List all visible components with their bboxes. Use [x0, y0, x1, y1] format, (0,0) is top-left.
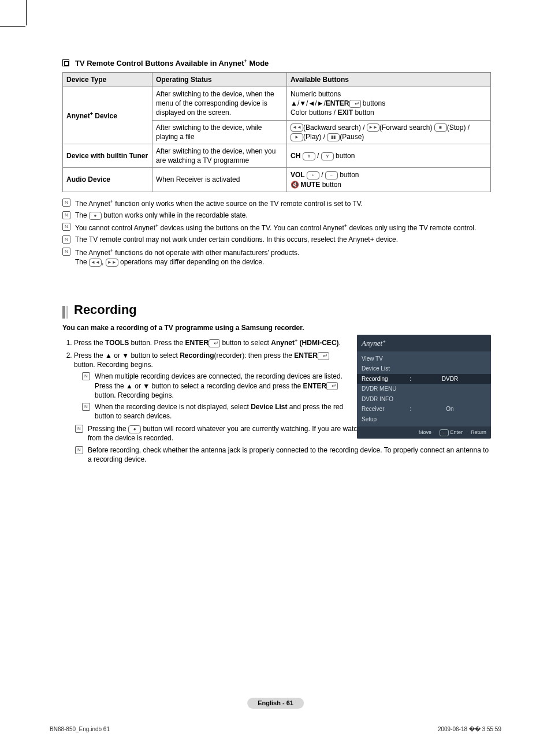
- note-item: N You cannot control Anynet+ devices usi…: [62, 222, 491, 233]
- steps: Press the TOOLS button. Press the ENTER …: [62, 337, 351, 421]
- note-text: The ● button works only while in the rec…: [75, 211, 491, 220]
- footer-left: BN68-850_Eng.indb 61: [50, 725, 110, 733]
- step-2: Press the ▲ or ▼ button to select Record…: [74, 351, 351, 421]
- txt: operations may differ depending on the d…: [118, 258, 265, 266]
- txt: 61: [286, 699, 293, 706]
- txt: Device: [93, 112, 117, 120]
- txt: ENTER: [303, 382, 327, 390]
- footer-right: 2009-06-18 �� 3:55:59: [438, 725, 501, 733]
- txt: Enter: [450, 429, 463, 435]
- crop-mark: [26, 0, 27, 25]
- txt: Receiver: [362, 405, 408, 413]
- recording-body: Press the TOOLS button. Press the ENTER …: [62, 337, 491, 464]
- pause-icon: ▮▮: [327, 133, 340, 141]
- cell-device-anynet: Anynet+ Device: [63, 87, 152, 144]
- note-icon: N: [75, 446, 83, 454]
- txt: Anynet: [66, 112, 90, 120]
- menu-item-setup[interactable]: Setup: [357, 414, 491, 425]
- cell-device-tuner: Device with builtin Tuner: [63, 144, 152, 168]
- txt: EXIT: [337, 108, 353, 117]
- txt: +: [382, 338, 386, 344]
- menu-item-dvdr-info[interactable]: DVDR INFO: [357, 394, 491, 405]
- crop-mark: [0, 26, 25, 27]
- record-icon: ●: [89, 212, 102, 220]
- note-text: Before recording, check whether the ante…: [88, 446, 491, 464]
- note-icon: N: [75, 425, 83, 433]
- enter-icon: [209, 339, 220, 347]
- cell-status: After switching to the device, when you …: [152, 144, 287, 168]
- cell-buttons: VOL + / − button 🔇 MUTE button: [287, 168, 491, 192]
- txt: ENTER: [326, 99, 349, 107]
- footer-move: Move: [419, 429, 431, 436]
- menu-item-dvdr-menu[interactable]: DVDR MENU: [357, 384, 491, 394]
- heading-bar-icon: [66, 306, 68, 319]
- txt: On: [414, 405, 486, 413]
- txt: button: [334, 152, 355, 160]
- cell-status: After switching to the device, while pla…: [152, 120, 287, 144]
- recording-heading: Recording: [62, 301, 491, 319]
- txt: Device List: [362, 365, 408, 373]
- txt: Device List: [251, 403, 287, 411]
- txt: devices only using the TV remote control…: [347, 224, 476, 232]
- txt: Pressing the: [88, 425, 128, 433]
- stop-icon: ■: [434, 123, 447, 132]
- txt: The Anynet: [75, 249, 110, 257]
- txt: functions do not operate with other manu…: [113, 249, 299, 257]
- subheading-text-post: Mode: [247, 59, 269, 68]
- txt: devices using the buttons on the TV. You…: [158, 224, 344, 232]
- txt: button: [320, 181, 341, 189]
- note-icon: N: [62, 199, 70, 207]
- ch-down-icon: ∨: [321, 152, 334, 160]
- heading-bar-icon: [62, 306, 65, 319]
- note-item: N The ● button works only while in the r…: [62, 211, 491, 220]
- bullet-icon: [62, 59, 69, 66]
- txt: (recorder): then press the: [214, 351, 295, 360]
- note-icon: N: [62, 235, 70, 244]
- txt: English -: [258, 699, 286, 706]
- txt: button. Recording begins.: [95, 391, 174, 399]
- txt: :: [408, 375, 414, 383]
- menu-item-view-tv[interactable]: View TV: [357, 354, 491, 364]
- txt: button: [353, 108, 374, 117]
- recording-title: Recording: [74, 301, 137, 319]
- txt: VOL: [291, 171, 307, 179]
- note-text: The TV remote control may not work under…: [75, 235, 491, 244]
- buttons-table: Device Type Operating Status Available B…: [62, 72, 491, 192]
- footer-return: Return: [471, 429, 486, 436]
- note-item: N The Anynet+ functions do not operate w…: [62, 247, 491, 267]
- th-device-type: Device Type: [63, 72, 152, 87]
- note-item: N The Anynet+ function only works when t…: [62, 198, 491, 208]
- menu-item-device-list[interactable]: Device List: [357, 364, 491, 374]
- cell-device-audio: Audio Device: [63, 168, 152, 192]
- note-item: N The TV remote control may not work und…: [62, 235, 491, 244]
- note-icon: N: [62, 211, 70, 219]
- txt: button works only while in the recordabl…: [102, 211, 248, 219]
- txt: DVDR MENU: [362, 385, 408, 393]
- vol-down-icon: −: [325, 171, 338, 179]
- cell-buttons: ◄◄(Backward search) / ►►(Forward search)…: [287, 120, 491, 144]
- forward-icon: ►►: [367, 123, 379, 132]
- note-text: The Anynet+ functions do not operate wit…: [75, 247, 491, 267]
- menu-item-receiver[interactable]: Receiver : On: [357, 404, 491, 414]
- enter-icon: [326, 382, 338, 390]
- txt: Setup: [362, 416, 408, 424]
- txt: (HDMI-CEC): [297, 339, 338, 347]
- note-item: N Before recording, check whether the an…: [75, 446, 491, 464]
- txt: buttons: [361, 99, 386, 107]
- txt: ▲/▼/◄/►/: [291, 99, 326, 107]
- txt: Press the: [74, 339, 105, 347]
- txt: You cannot control Anynet: [75, 224, 155, 232]
- txt: DVDR: [414, 375, 486, 383]
- note-icon: N: [82, 403, 90, 411]
- txt: button: [338, 171, 359, 179]
- note-icon: N: [62, 248, 70, 256]
- menu-title: Anynet+: [357, 335, 491, 351]
- subheading-text-pre: TV Remote Control Buttons Available in A…: [75, 59, 244, 68]
- menu-item-recording[interactable]: Recording : DVDR: [357, 374, 491, 384]
- txt: TOOLS: [105, 339, 129, 347]
- cell-buttons: CH ∧ / ∨ button: [287, 144, 491, 168]
- txt: The: [75, 258, 89, 266]
- txt: .: [339, 339, 341, 347]
- sub-note: N When the recording device is not displ…: [82, 402, 351, 421]
- txt: (Stop) /: [447, 123, 470, 132]
